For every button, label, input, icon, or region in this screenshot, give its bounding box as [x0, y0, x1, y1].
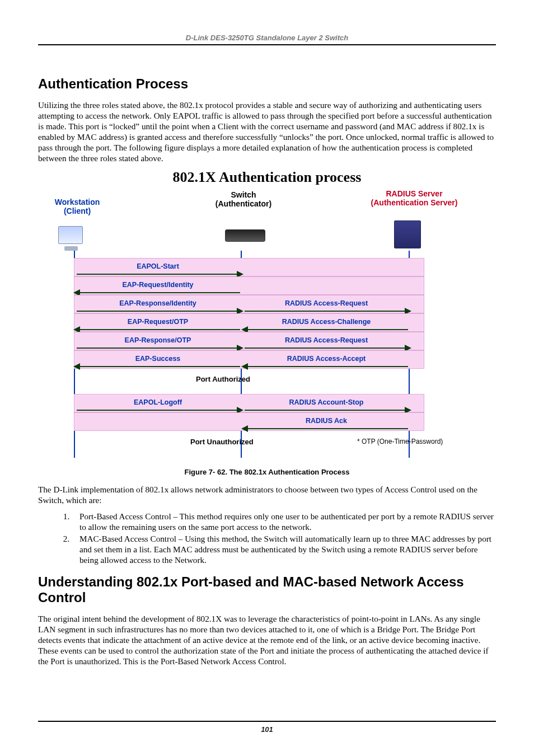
- msg-label: RADIUS Access-Request: [242, 299, 410, 307]
- list-item: MAC-Based Access Control – Using this me…: [72, 533, 496, 565]
- state-port-unauthorized: Port Unauthorized: [190, 438, 254, 446]
- msg-row: EAP-Request/OTP RADIUS Access-Challenge: [74, 313, 424, 332]
- section-title-authentication-process: Authentication Process: [38, 76, 496, 92]
- page: D-Link DES-3250TG Standalone Layer 2 Swi…: [0, 0, 534, 756]
- figure-8021x-auth-process: 802.1X Authentication process Workstatio…: [38, 169, 496, 476]
- figure-canvas: Workstation (Client) Switch (Authenticat…: [46, 189, 496, 458]
- msg-label: EAP-Response/OTP: [74, 336, 241, 344]
- switch-icon: [225, 229, 265, 242]
- state-port-authorized: Port Authorized: [196, 375, 250, 383]
- running-head: D-Link DES-3250TG Standalone Layer 2 Swi…: [38, 34, 496, 42]
- header-rule: [38, 44, 496, 45]
- msg-row: EAPOL-Logoff RADIUS Account-Stop: [74, 394, 424, 412]
- msg-label: EAP-Request/Identity: [74, 281, 241, 289]
- role-label-client: Workstation (Client): [44, 198, 111, 215]
- msg-label: RADIUS Access-Challenge: [242, 318, 410, 326]
- msg-label: EAP-Success: [74, 355, 241, 363]
- msg-label: EAPOL-Start: [74, 262, 241, 270]
- section-paragraph: The original intent behind the developme…: [38, 613, 496, 666]
- msg-row: EAP-Response/OTP RADIUS Access-Request: [74, 332, 424, 350]
- msg-label: EAP-Request/OTP: [74, 318, 241, 326]
- msg-row: EAP-Response/Identity RADIUS Access-Requ…: [74, 295, 424, 313]
- role-label-switch: Switch (Authenticator): [196, 190, 291, 208]
- msg-label: RADIUS Account-Stop: [242, 398, 410, 406]
- footer: 101: [38, 710, 496, 734]
- msg-label: EAPOL-Logoff: [74, 398, 241, 406]
- msg-label: RADIUS Ack: [242, 417, 410, 425]
- section-title-understanding-8021x: Understanding 802.1x Port-based and MAC-…: [38, 574, 496, 605]
- msg-label: RADIUS Access-Accept: [242, 355, 410, 363]
- figure-caption: Figure 7- 62. The 802.1x Authentication …: [38, 468, 496, 476]
- figure-title: 802.1X Authentication process: [38, 169, 496, 186]
- post-figure-paragraph: The D-Link implementation of 802.1x allo…: [38, 484, 496, 505]
- footer-rule: [38, 721, 496, 722]
- msg-row: EAP-Success RADIUS Access-Accept: [74, 350, 424, 369]
- role-label-radius: RADIUS Server (Authentication Server): [358, 189, 470, 207]
- workstation-icon: [58, 226, 83, 244]
- list-item: Port-Based Access Control – This method …: [72, 511, 496, 532]
- radius-server-icon: [394, 220, 421, 248]
- msg-row: RADIUS Ack: [74, 412, 424, 431]
- page-number: 101: [38, 725, 496, 734]
- msg-label: EAP-Response/Identity: [74, 299, 241, 307]
- access-control-list: Port-Based Access Control – This method …: [72, 511, 496, 565]
- msg-label: RADIUS Access-Request: [242, 336, 410, 344]
- msg-row: EAPOL-Start: [74, 258, 424, 276]
- msg-row: EAP-Request/Identity: [74, 276, 424, 295]
- section-paragraph: Utilizing the three roles stated above, …: [38, 100, 496, 163]
- figure-footnote: * OTP (One-Time-Password): [357, 438, 443, 445]
